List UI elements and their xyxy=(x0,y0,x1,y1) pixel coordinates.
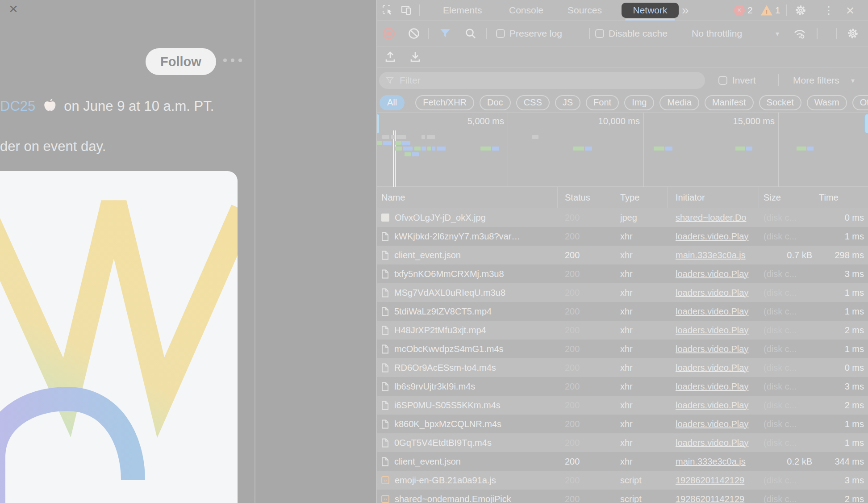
chip-doc[interactable]: Doc xyxy=(480,95,511,110)
table-row[interactable]: client_event.json200xhrmain.333e3c0a.js0… xyxy=(377,452,868,471)
tab-network-selected[interactable]: Network xyxy=(622,3,679,18)
request-name[interactable]: client_event.json xyxy=(381,246,555,264)
chip-js[interactable]: JS xyxy=(555,95,580,110)
initiator-link[interactable]: loaders.video.Play xyxy=(676,358,758,377)
table-row[interactable]: mcObcKwvdpzS4mG1.m4s200xhrloaders.video.… xyxy=(377,340,868,358)
request-name[interactable]: k860K_bpxMzCQLNR.m4s xyxy=(381,415,555,433)
record-network-log-icon[interactable] xyxy=(383,27,395,40)
network-conditions-icon[interactable] xyxy=(793,27,806,40)
filter-icon-active[interactable] xyxy=(439,28,451,39)
request-name[interactable]: RD6Or9AcESsm-to4.m4s xyxy=(381,358,555,377)
initiator-link[interactable]: main.333e3c0a.js xyxy=(676,246,758,264)
chip-all[interactable]: All xyxy=(380,95,405,110)
table-row[interactable]: H48JrXP2tMfu3xjt.mp4200xhrloaders.video.… xyxy=(377,321,868,340)
page-close-icon[interactable]: × xyxy=(9,0,18,17)
table-row[interactable]: txfy5nKO6MmCRXMj.m3u8200xhrloaders.video… xyxy=(377,264,868,283)
media-card[interactable] xyxy=(0,171,238,503)
request-name[interactable]: kWKjbkd-2l6znyY7.m3u8?var… xyxy=(381,227,555,246)
table-row[interactable]: k860K_bpxMzCQLNR.m4s200xhrloaders.video.… xyxy=(377,415,868,433)
table-row[interactable]: i6SP0MU-S05S5KKm.m4s200xhrloaders.video.… xyxy=(377,396,868,415)
col-header-status[interactable]: Status xyxy=(565,187,590,208)
devtools-close-icon[interactable]: × xyxy=(841,0,859,21)
request-name[interactable]: mcObcKwvdpzS4mG1.m4s xyxy=(381,340,555,358)
request-name[interactable]: 5tdiWaLz9tZV8CT5.mp4 xyxy=(381,302,555,321)
request-name[interactable]: ‹›shared~ondemand.EmojiPick xyxy=(381,490,555,503)
initiator-link[interactable]: loaders.video.Play xyxy=(676,302,758,321)
disable-cache-checkbox[interactable] xyxy=(595,29,604,38)
initiator-link[interactable]: loaders.video.Play xyxy=(676,377,758,396)
chip-css[interactable]: CSS xyxy=(516,95,550,110)
warning-count-badge[interactable]: ! 1 xyxy=(761,5,780,16)
more-tabs-icon[interactable]: » xyxy=(682,0,689,21)
col-header-initiator[interactable]: Initiator xyxy=(676,187,705,208)
chip-font[interactable]: Font xyxy=(586,95,619,110)
request-name[interactable]: H48JrXP2tMfu3xjt.mp4 xyxy=(381,321,555,340)
initiator-link[interactable]: loaders.video.Play xyxy=(676,396,758,415)
chip-img[interactable]: Img xyxy=(624,95,654,110)
follow-button[interactable]: Follow xyxy=(146,48,216,75)
initiator-link[interactable]: 19286201142129 xyxy=(676,471,758,490)
initiator-link[interactable]: loaders.video.Play xyxy=(676,264,758,283)
request-name[interactable]: i6SP0MU-S05S5KKm.m4s xyxy=(381,396,555,415)
kebab-menu-icon[interactable]: ⋮ xyxy=(823,0,834,21)
initiator-link[interactable]: loaders.video.Play xyxy=(676,227,758,246)
initiator-link[interactable]: main.333e3c0a.js xyxy=(676,452,758,471)
request-name[interactable]: ‹›emoji-en-GB.21a0a91a.js xyxy=(381,471,555,490)
import-har-icon[interactable] xyxy=(384,50,397,64)
chip-other[interactable]: Other xyxy=(852,95,868,110)
table-row[interactable]: kWKjbkd-2l6znyY7.m3u8?var…200xhrloaders.… xyxy=(377,227,868,246)
table-row[interactable]: RD6Or9AcESsm-to4.m4s200xhrloaders.video.… xyxy=(377,358,868,377)
hashtag-link[interactable]: DC25 xyxy=(0,98,35,114)
timeline-right-handle[interactable] xyxy=(864,113,868,134)
table-row[interactable]: MSg7VdAXL0uRIeqU.m3u8200xhrloaders.video… xyxy=(377,283,868,302)
settings-gear-icon[interactable] xyxy=(794,4,807,17)
initiator-link[interactable]: shared~loader.Do xyxy=(676,208,758,227)
col-header-type[interactable]: Type xyxy=(620,187,639,208)
request-name[interactable]: OfvxOLgJY-jD_okX.jpg xyxy=(381,208,555,227)
more-filters-caret-icon[interactable]: ▾ xyxy=(851,68,855,93)
initiator-link[interactable]: loaders.video.Play xyxy=(676,433,758,452)
chip-media[interactable]: Media xyxy=(659,95,699,110)
chip-wasm[interactable]: Wasm xyxy=(807,95,847,110)
initiator-link[interactable]: loaders.video.Play xyxy=(676,340,758,358)
request-name[interactable]: 0GqT5V4EtdtBI9Tq.m4s xyxy=(381,433,555,452)
more-options-icon[interactable] xyxy=(223,59,242,62)
inspect-element-icon[interactable] xyxy=(381,4,394,17)
table-row[interactable]: 5tdiWaLz9tZV8CT5.mp4200xhrloaders.video.… xyxy=(377,302,868,321)
clear-network-log-icon[interactable] xyxy=(408,27,420,40)
filter-input[interactable]: Filter xyxy=(379,72,705,89)
col-header-name[interactable]: Name xyxy=(381,187,405,208)
table-row[interactable]: lb6s9rvUjtr3kI9i.m4s200xhrloaders.video.… xyxy=(377,377,868,396)
timeline-left-handle[interactable] xyxy=(376,113,380,134)
tab-sources[interactable]: Sources xyxy=(568,0,602,21)
preserve-log-checkbox[interactable] xyxy=(496,29,505,38)
network-settings-gear-icon[interactable] xyxy=(847,27,859,40)
invert-checkbox[interactable] xyxy=(718,76,727,85)
throttling-select[interactable]: No throttling xyxy=(692,21,742,46)
col-header-size[interactable]: Size xyxy=(764,187,781,208)
device-toolbar-icon[interactable] xyxy=(400,4,413,17)
throttling-caret-icon[interactable]: ▾ xyxy=(776,21,779,46)
more-filters-button[interactable]: More filters xyxy=(793,68,839,93)
table-row[interactable]: OfvxOLgJY-jD_okX.jpg200jpegshared~loader… xyxy=(377,208,868,227)
initiator-link[interactable]: loaders.video.Play xyxy=(676,283,758,302)
tab-console[interactable]: Console xyxy=(509,0,543,21)
table-row[interactable]: client_event.json200xhrmain.333e3c0a.js0… xyxy=(377,246,868,264)
col-header-time[interactable]: Time xyxy=(819,187,839,208)
initiator-link[interactable]: 19286201142129 xyxy=(676,490,758,503)
error-count-badge[interactable]: × 2 xyxy=(734,5,753,16)
timeline-overview[interactable]: 5,000 ms10,000 ms15,000 ms xyxy=(377,113,868,187)
initiator-link[interactable]: loaders.video.Play xyxy=(676,415,758,433)
search-icon[interactable] xyxy=(464,27,477,40)
table-row[interactable]: ‹›emoji-en-GB.21a0a91a.js200script192862… xyxy=(377,471,868,490)
chip-fetchxhr[interactable]: Fetch/XHR xyxy=(415,95,474,110)
request-name[interactable]: MSg7VdAXL0uRIeqU.m3u8 xyxy=(381,283,555,302)
tab-elements[interactable]: Elements xyxy=(443,0,482,21)
table-row[interactable]: ‹›shared~ondemand.EmojiPick200script1928… xyxy=(377,490,868,503)
table-row[interactable]: 0GqT5V4EtdtBI9Tq.m4s200xhrloaders.video.… xyxy=(377,433,868,452)
initiator-link[interactable]: loaders.video.Play xyxy=(676,321,758,340)
chip-socket[interactable]: Socket xyxy=(759,95,801,110)
request-name[interactable]: lb6s9rvUjtr3kI9i.m4s xyxy=(381,377,555,396)
request-name[interactable]: txfy5nKO6MmCRXMj.m3u8 xyxy=(381,264,555,283)
request-name[interactable]: client_event.json xyxy=(381,452,555,471)
